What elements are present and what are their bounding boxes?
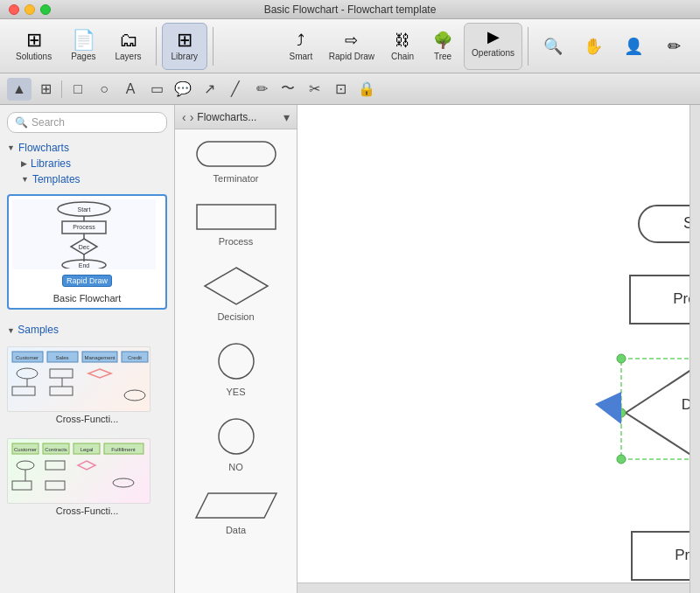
svg-text:Customer: Customer [16, 355, 38, 360]
circle-tool[interactable]: ○ [92, 78, 116, 101]
layers-button[interactable]: 🗂 Layers [107, 23, 150, 70]
line-tool[interactable]: ↗ [197, 78, 221, 101]
svg-text:Management: Management [84, 355, 115, 360]
data-shape[interactable]: Data [175, 481, 297, 544]
search-icon: 🔍 [543, 37, 563, 56]
chain-label: Chain [391, 52, 414, 61]
data-label: Data [226, 525, 246, 535]
operations-label: Operations [472, 48, 514, 58]
pen-tool[interactable]: ✏ [249, 78, 274, 101]
samples-arrow: ▼ [7, 326, 15, 335]
pages-icon: 📄 [72, 31, 95, 50]
process-shape[interactable]: Process [175, 192, 297, 255]
vertical-scrollbar[interactable] [690, 105, 700, 593]
layers-label: Layers [116, 52, 142, 61]
pages-button[interactable]: 📄 Pages [62, 23, 104, 70]
search-button[interactable]: 🔍 [534, 23, 572, 70]
library-button[interactable]: ⊞ Library [162, 23, 208, 70]
svg-text:Credit: Credit [128, 355, 142, 360]
sample1-label: Cross-Functi... [7, 414, 167, 424]
callout-tool[interactable]: 💬 [171, 78, 195, 101]
thumb-preview: Start Process Dec End [12, 199, 156, 269]
middle-header: ‹ › Flowcharts... ▾ [175, 105, 297, 129]
sample2-label: Cross-Functi... [7, 506, 167, 516]
search-box[interactable]: 🔍 Search [7, 112, 167, 133]
horizontal-scrollbar[interactable] [298, 583, 700, 593]
title-bar: Basic Flowchart - Flowchart template [0, 0, 700, 19]
svg-rect-43 [197, 205, 276, 229]
pages-label: Pages [71, 52, 95, 61]
forward-button[interactable]: › [190, 110, 194, 124]
user-button[interactable]: 👤 [614, 23, 653, 70]
yes-shape[interactable]: YES [175, 331, 297, 406]
panel-dropdown[interactable]: ▾ [284, 110, 290, 124]
thumb-svg: Start Process Dec End [14, 200, 154, 269]
basic-flowchart-thumb[interactable]: Start Process Dec End Rapid Draw [7, 194, 167, 310]
handle-bl[interactable] [617, 455, 626, 464]
left-arrow [595, 392, 621, 424]
search-placeholder: Search [32, 116, 65, 129]
smart-button[interactable]: ⤴ Smart [282, 23, 320, 70]
text-tool[interactable]: A [118, 78, 143, 101]
terminator-svg [192, 138, 280, 170]
select-tool[interactable]: ▲ [7, 78, 32, 101]
layers-icon: 🗂 [119, 31, 138, 50]
no-label: NO [228, 462, 243, 472]
rect-tool[interactable]: □ [66, 78, 90, 101]
handle-tl[interactable] [617, 354, 626, 363]
canvas-area[interactable]: Start Process Delay Decisi on ⭐ [298, 105, 700, 593]
library-label: Library [172, 52, 199, 61]
libraries-arrow: ▶ [21, 159, 27, 168]
decision-shape[interactable]: Decision [175, 255, 297, 331]
search-icon-sidebar: 🔍 [15, 116, 28, 129]
smart-icon: ⤴ [297, 31, 304, 50]
format-button[interactable]: ✏ [654, 23, 693, 70]
maximize-button[interactable] [40, 4, 51, 15]
svg-text:Dec: Dec [79, 244, 90, 250]
left-sidebar: 🔍 Search ▼ Flowcharts ▶ Libraries ▼ Temp… [0, 105, 175, 593]
svg-marker-44 [205, 268, 268, 304]
samples-section[interactable]: ▼ Samples [0, 320, 174, 339]
sample1-container[interactable]: Customer Sales Management Credit [0, 339, 174, 431]
svg-marker-21 [88, 369, 111, 378]
scissors-tool[interactable]: ✂ [302, 78, 326, 101]
svg-text:Contracts: Contracts [45, 447, 67, 452]
hand-icon: ✋ [584, 37, 603, 56]
data-canvas [192, 490, 280, 521]
svg-marker-47 [196, 493, 276, 518]
diag-tool[interactable]: ╱ [223, 78, 248, 101]
operations-icon: ▶ [487, 27, 500, 46]
terminator-canvas [192, 138, 280, 170]
lock-tool[interactable]: 🔒 [354, 78, 379, 101]
tree-sub: ▶ Libraries ▼ Templates [7, 156, 167, 187]
sample2-container[interactable]: Customer Contracts Legal Fulfillment C [0, 431, 174, 523]
svg-point-46 [219, 419, 254, 454]
templates-item[interactable]: ▼ Templates [21, 171, 167, 187]
svg-text:End: End [79, 262, 90, 269]
tree-section: ▼ Flowcharts ▶ Libraries ▼ Templates [0, 140, 174, 187]
minimize-button[interactable] [24, 4, 35, 15]
close-button[interactable] [9, 4, 19, 15]
decision-label: Decision [217, 311, 254, 322]
tree-button[interactable]: 🌳 Tree [424, 23, 462, 70]
rapid-draw-button[interactable]: ⇨ Rapid Draw [322, 23, 382, 70]
operations-button[interactable]: ▶ Operations [464, 23, 522, 70]
multi-select-tool[interactable]: ⊞ [33, 78, 58, 101]
svg-rect-23 [12, 387, 35, 395]
svg-point-38 [113, 478, 134, 487]
libraries-label: Libraries [31, 157, 71, 170]
hand-button[interactable]: ✋ [574, 23, 612, 70]
user-icon: 👤 [624, 37, 643, 56]
svg-text:Legal: Legal [80, 447, 94, 452]
curve-tool[interactable]: 〜 [276, 78, 300, 101]
solutions-button[interactable]: ⊞ Solutions [7, 23, 60, 70]
chain-button[interactable]: ⛓ Chain [383, 23, 422, 70]
back-button[interactable]: ‹ [182, 110, 186, 124]
grid-tool[interactable]: ⊡ [328, 78, 353, 101]
right-toolbar: ⤴ Smart ⇨ Rapid Draw ⛓ Chain 🌳 Tree ▶ Op… [282, 23, 693, 70]
no-shape[interactable]: NO [175, 406, 297, 481]
libraries-item[interactable]: ▶ Libraries [21, 156, 167, 171]
flowcharts-item[interactable]: ▼ Flowcharts [7, 140, 167, 156]
note-tool[interactable]: ▭ [144, 78, 169, 101]
terminator-shape[interactable]: Terminator [175, 129, 297, 192]
